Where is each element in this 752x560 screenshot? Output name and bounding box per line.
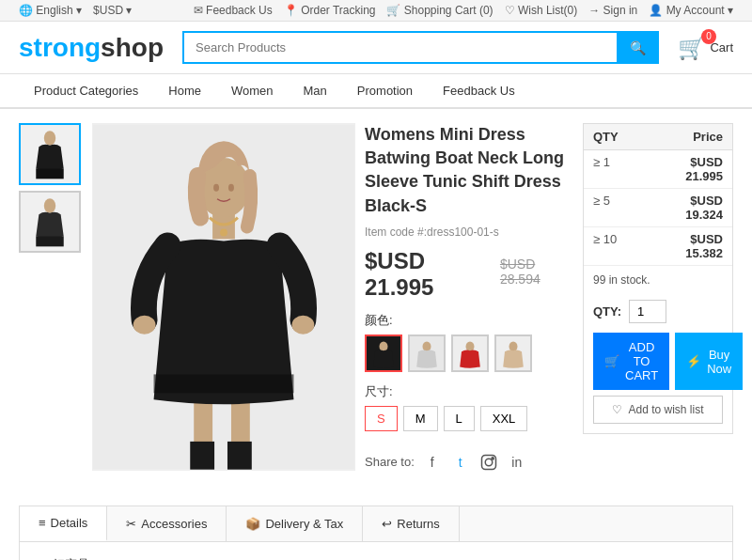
main-content: Womens Mini Dress Batwing Boat Neck Long… bbox=[0, 109, 752, 496]
header-right: 0 🛒 Cart bbox=[678, 35, 733, 61]
tab-details[interactable]: ≡ Details bbox=[20, 506, 107, 541]
price-row-1: ≥ 1 $USD 21.995 bbox=[584, 150, 732, 189]
cart-label: Cart bbox=[710, 40, 733, 54]
share-label: Share to: bbox=[365, 455, 415, 469]
color-swatches bbox=[365, 334, 573, 372]
price-block: $USD 21.995 $USD 28.594 bbox=[365, 248, 573, 301]
detail-item-1: 好产品 bbox=[53, 556, 718, 560]
svg-point-17 bbox=[213, 184, 219, 192]
signin-link[interactable]: → Sign in bbox=[588, 4, 637, 17]
buy-icon: ⚡ bbox=[686, 354, 701, 368]
qty-3: ≥ 10 bbox=[593, 232, 658, 260]
svg-point-29 bbox=[485, 459, 493, 466]
language-selector[interactable]: 🌐 English ▾ bbox=[19, 4, 82, 17]
twitter-icon[interactable]: t bbox=[450, 452, 471, 473]
logo[interactable]: strongshop bbox=[19, 33, 164, 63]
svg-point-25 bbox=[466, 341, 475, 351]
stock-info: 99 in stock. bbox=[584, 266, 732, 294]
svg-point-1 bbox=[44, 131, 55, 146]
account-icon: 👤 bbox=[649, 4, 663, 17]
svg-point-21 bbox=[380, 341, 388, 351]
price-header: Price bbox=[658, 130, 723, 144]
swatch-white[interactable] bbox=[408, 334, 446, 372]
search-input[interactable] bbox=[182, 31, 617, 64]
currency-label: $USD bbox=[93, 4, 123, 17]
thumbnail-2[interactable] bbox=[19, 191, 81, 253]
price-main: $USD 21.995 bbox=[365, 248, 491, 301]
feedback-link[interactable]: ✉ Feedback Us bbox=[194, 4, 273, 17]
thumbnail-list bbox=[19, 123, 85, 482]
cart-btn-icon: 🛒 bbox=[604, 354, 619, 368]
nav-feedback[interactable]: Feedback Us bbox=[428, 74, 530, 107]
svg-point-19 bbox=[220, 229, 227, 237]
header: strongshop 🔍 0 🛒 Cart bbox=[0, 22, 752, 74]
image-column bbox=[19, 123, 355, 482]
nav-women[interactable]: Women bbox=[216, 74, 289, 107]
tab-delivery[interactable]: 📦 Delivery & Tax bbox=[227, 506, 363, 541]
shopping-cart-link[interactable]: 🛒 Shopping Cart (0) bbox=[386, 4, 493, 17]
nav-promotion[interactable]: Promotion bbox=[342, 74, 428, 107]
price-old: $USD 28.594 bbox=[500, 257, 573, 287]
delivery-icon: 📦 bbox=[245, 517, 260, 531]
svg-point-13 bbox=[133, 316, 156, 334]
cart-badge: 0 bbox=[701, 29, 716, 44]
feedback-icon: ✉ bbox=[194, 4, 203, 17]
nav-home[interactable]: Home bbox=[153, 74, 216, 107]
buy-now-button[interactable]: ⚡ Buy Now bbox=[675, 333, 743, 390]
navigation: Product Categories Home Women Man Promot… bbox=[0, 74, 752, 109]
svg-rect-2 bbox=[36, 169, 63, 179]
price-table-header: QTY Price bbox=[584, 124, 732, 150]
heart-btn-icon: ♡ bbox=[612, 403, 622, 416]
cart-topbar-icon: 🛒 bbox=[386, 4, 400, 17]
wishlist-button[interactable]: ♡ Add to wish list bbox=[593, 396, 723, 424]
size-m[interactable]: M bbox=[403, 406, 438, 431]
cart-button[interactable]: 0 🛒 Cart bbox=[678, 35, 733, 61]
swatch-black[interactable] bbox=[365, 334, 402, 372]
facebook-icon[interactable]: f bbox=[422, 452, 443, 473]
size-label: 尺寸: bbox=[365, 383, 573, 400]
wishlist-link[interactable]: ♡ Wish List(0) bbox=[505, 4, 578, 17]
globe-icon: 🌐 bbox=[19, 4, 33, 17]
nav-man[interactable]: Man bbox=[289, 74, 342, 107]
svg-rect-10 bbox=[190, 442, 214, 470]
nav-product-categories[interactable]: Product Categories bbox=[19, 74, 153, 107]
color-label: 颜色: bbox=[365, 312, 573, 329]
logo-shop: shop bbox=[101, 33, 164, 62]
svg-point-23 bbox=[423, 341, 431, 351]
tabs-bar: ≡ Details ✂ Accessories 📦 Delivery & Tax… bbox=[19, 506, 733, 542]
size-l[interactable]: L bbox=[444, 406, 475, 431]
signin-icon: → bbox=[588, 4, 600, 17]
size-s[interactable]: S bbox=[365, 406, 398, 431]
qty-input[interactable] bbox=[629, 300, 666, 323]
price-2: $USD 19.324 bbox=[658, 194, 723, 222]
tab-returns[interactable]: ↩ Returns bbox=[363, 506, 460, 541]
tab-details-content: 好产品 中国造 Made In China bbox=[19, 542, 733, 560]
pin-icon: 📍 bbox=[284, 4, 298, 17]
price-row-3: ≥ 10 $USD 15.382 bbox=[584, 227, 732, 266]
svg-rect-12 bbox=[154, 374, 294, 393]
svg-rect-11 bbox=[227, 442, 252, 470]
swatch-beige[interactable] bbox=[494, 334, 532, 372]
order-tracking-link[interactable]: 📍 Order Tracking bbox=[284, 4, 376, 17]
swatch-red[interactable] bbox=[451, 334, 489, 372]
thumbnail-1[interactable] bbox=[19, 123, 81, 185]
product-section: Womens Mini Dress Batwing Boat Neck Long… bbox=[19, 123, 733, 482]
item-code: Item code #:dress100-01-s bbox=[365, 226, 573, 239]
linkedin-icon[interactable]: in bbox=[507, 452, 527, 473]
size-xxl[interactable]: XXL bbox=[480, 406, 528, 431]
currency-selector[interactable]: $USD ▾ bbox=[93, 4, 132, 17]
top-bar-right: ✉ Feedback Us 📍 Order Tracking 🛒 Shoppin… bbox=[194, 4, 733, 17]
price-row-2: ≥ 5 $USD 19.324 bbox=[584, 189, 732, 227]
price-1: $USD 21.995 bbox=[658, 155, 723, 183]
details-icon: ≡ bbox=[39, 516, 46, 530]
details-list: 好产品 中国造 Made In China bbox=[34, 556, 718, 560]
account-link[interactable]: 👤 My Account ▾ bbox=[649, 4, 733, 17]
qty-header: QTY bbox=[593, 130, 658, 144]
qty-row: QTY: bbox=[584, 294, 732, 333]
search-button[interactable]: 🔍 bbox=[617, 31, 659, 64]
instagram-icon[interactable] bbox=[478, 452, 499, 473]
qty-label: QTY: bbox=[593, 304, 621, 319]
price-table: QTY Price ≥ 1 $USD 21.995 ≥ 5 $USD 19.32… bbox=[583, 123, 733, 434]
tab-accessories[interactable]: ✂ Accessories bbox=[107, 506, 227, 541]
add-to-cart-button[interactable]: 🛒 ADD TO CART bbox=[593, 333, 669, 390]
